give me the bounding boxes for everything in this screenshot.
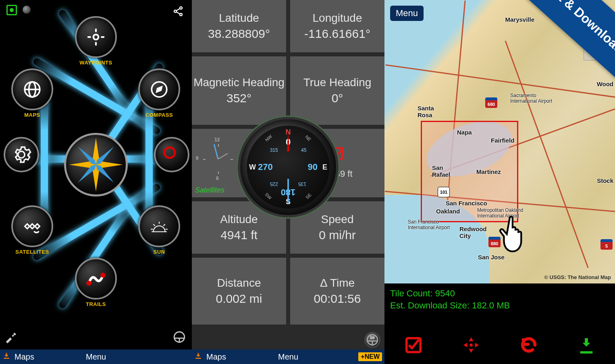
place-stockton: Stock [597, 177, 613, 184]
place-redwood: Redwood City [459, 225, 492, 239]
satellites-label: Satellites [195, 185, 224, 195]
maps-button[interactable]: MAPS [10, 68, 54, 123]
record-button[interactable] [152, 137, 191, 175]
compass-dial[interactable]: N S E W NW NE SW SE 0 90 180 270 45 135 … [238, 117, 339, 217]
compass-button[interactable]: COMPASS [137, 68, 181, 123]
magnetic-heading-cell[interactable]: Magnetic Heading 352° [192, 56, 286, 125]
shield-i5: 5 [600, 239, 613, 250]
shield-101: 101 [438, 187, 450, 197]
tools-icon[interactable] [5, 331, 18, 345]
truehdg-value: 0° [332, 90, 343, 107]
svg-point-15 [164, 147, 175, 158]
download-size: Est. Download Size: 182.0 MB [390, 300, 609, 312]
menu-link[interactable]: Menu [278, 352, 298, 362]
gps-fix-icon[interactable] [6, 5, 17, 15]
lat-label: Latitude [219, 10, 259, 26]
new-button[interactable]: +NEW [358, 352, 382, 361]
svg-point-5 [93, 35, 99, 40]
sun-label: SUN [137, 249, 181, 255]
dist-value: 0.002 mi [216, 291, 262, 307]
waypoints-label: WAYPOINTS [74, 60, 118, 66]
maps-label: MAPS [10, 112, 54, 118]
place-san-rafael: San Rafael [432, 164, 456, 178]
download-actions [384, 331, 615, 359]
dtime-label: Δ Time [320, 275, 355, 291]
satellites-label: SATELLITES [10, 249, 54, 255]
latitude-cell[interactable]: Latitude 38.288809° [192, 0, 286, 52]
svg-marker-14 [157, 87, 162, 92]
waypoints-button[interactable]: WAYPOINTS [74, 16, 118, 70]
satellites-button[interactable]: SATELLITES [10, 205, 54, 260]
bottom-bar: Maps Menu +NEW [192, 350, 384, 364]
svg-line-4 [176, 12, 180, 14]
svg-line-21 [163, 224, 165, 226]
svg-point-25 [100, 273, 106, 278]
pointer-hand-icon [497, 213, 534, 255]
driving-mode-icon[interactable]: DS [364, 332, 380, 348]
svg-marker-39 [469, 337, 474, 341]
svg-marker-42 [475, 343, 479, 347]
svg-line-20 [153, 224, 155, 226]
place-wood: Wood [597, 81, 613, 87]
svg-marker-40 [469, 349, 474, 353]
panel-map-download: Menu + Select & Download Marysville Sacr… [384, 0, 615, 364]
clock-icon: 12 3 6 9 [196, 137, 240, 181]
maps-link[interactable]: Maps [15, 352, 34, 362]
trails-button[interactable]: TRAILS [74, 258, 118, 312]
download-status-bar: Tile Count: 9540 Est. Download Size: 182… [384, 283, 615, 364]
radial-stage: WAYPOINTS MAPS COMPASS SATELLITES SUN TR… [0, 16, 192, 332]
settings-button[interactable] [2, 137, 40, 175]
svg-rect-18 [30, 224, 35, 229]
menu-link[interactable]: Menu [86, 352, 106, 362]
maghdg-value: 352° [226, 90, 251, 107]
alt-value: 4941 ft [220, 227, 258, 244]
lon-value: -116.61661° [304, 26, 370, 42]
place-fairfield: Fairfield [491, 137, 514, 144]
svg-rect-16 [25, 224, 30, 229]
confirm-selection-button[interactable] [403, 335, 424, 355]
sun-button[interactable]: SUN [137, 205, 181, 260]
shield-i680: 680 [485, 97, 497, 108]
trails-label: TRAILS [74, 301, 118, 307]
driving-mode-icon[interactable] [172, 330, 186, 345]
download-button[interactable] [576, 335, 596, 355]
truehdg-label: True Heading [303, 75, 372, 90]
svg-point-24 [86, 281, 91, 286]
lon-label: Longitude [312, 10, 362, 26]
tile-count: Tile Count: 9540 [390, 287, 609, 300]
panel-dashboard: Latitude 38.288809° Longitude -116.61661… [192, 0, 384, 364]
longitude-cell[interactable]: Longitude -116.61661° [290, 0, 384, 52]
place-martinez: Martinez [476, 168, 501, 175]
lat-value: 38.288809° [208, 26, 270, 42]
svg-rect-17 [35, 224, 40, 229]
panel-main-menu: WAYPOINTS MAPS COMPASS SATELLITES SUN TR… [0, 0, 192, 364]
svg-text:DS: DS [370, 336, 374, 339]
move-selection-button[interactable] [461, 335, 481, 355]
status-dot-icon[interactable] [23, 6, 31, 14]
distance-cell[interactable]: Distance 0.002 mi [192, 258, 286, 325]
place-sf: San Francisco [446, 200, 487, 207]
place-sfo: San Francisco International Airport [408, 219, 452, 230]
place-sac-airport: Sacramento International Airport [510, 93, 563, 104]
dtime-value: 00:01:56 [314, 291, 361, 307]
undo-button[interactable] [519, 335, 539, 355]
svg-point-43 [470, 343, 473, 347]
svg-marker-41 [463, 343, 467, 347]
map-attribution: © USGS: The National Map [544, 274, 611, 280]
dist-label: Distance [217, 275, 261, 291]
place-marysville: Marysville [505, 16, 534, 23]
svg-line-3 [176, 8, 180, 11]
place-napa: Napa [457, 129, 472, 136]
menu-button[interactable]: Menu [390, 6, 424, 21]
delta-time-cell[interactable]: Δ Time 00:01:56 [290, 258, 384, 325]
place-oakland: Oakland [436, 208, 460, 215]
download-icon[interactable] [2, 352, 10, 362]
maghdg-label: Magnetic Heading [193, 75, 285, 90]
place-santa-rosa: Santa Rosa [418, 105, 442, 118]
download-icon[interactable] [194, 352, 202, 362]
center-compass-rose-icon[interactable] [64, 133, 128, 196]
true-heading-cell[interactable]: True Heading 0° [290, 56, 384, 125]
bottom-bar: Maps Menu [0, 350, 192, 364]
spd-value: 0 mi/hr [319, 227, 356, 244]
maps-link[interactable]: Maps [206, 352, 226, 362]
